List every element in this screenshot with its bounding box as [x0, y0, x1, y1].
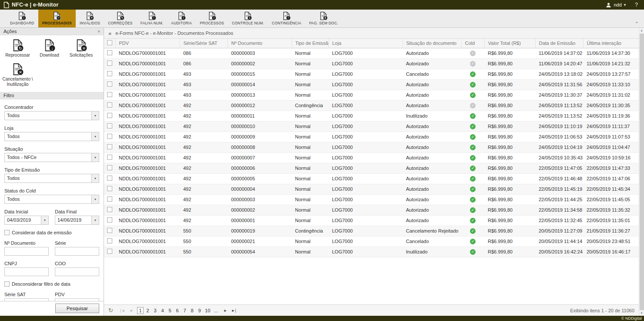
row-checkbox[interactable]	[107, 217, 112, 223]
status-cold-select[interactable]: Todos ▼	[4, 195, 99, 204]
table-row[interactable]: NDDLOG7000001001492000000003NormalLOG700…	[104, 194, 639, 205]
page-button-2[interactable]: 2	[144, 307, 151, 314]
table-row[interactable]: NDDLOG7000001001492000000011NormalLOG700…	[104, 111, 639, 121]
row-checkbox[interactable]	[107, 61, 112, 66]
row-checkbox[interactable]	[107, 249, 112, 254]
page-button-9[interactable]: 9	[196, 307, 203, 314]
page-button-6[interactable]: 6	[174, 307, 181, 314]
column-header-situacao[interactable]: Situação do documento	[402, 39, 461, 48]
scrollbar-thumb[interactable]	[640, 34, 644, 310]
row-checkbox[interactable]	[107, 186, 112, 191]
tab-dashboard[interactable]: iDASHBOARD	[6, 10, 38, 27]
row-checkbox[interactable]	[107, 196, 112, 202]
column-header-loja[interactable]: Loja	[329, 39, 402, 48]
page-button-3[interactable]: 3	[152, 307, 158, 314]
last-page-button[interactable]: ►|	[230, 308, 237, 313]
table-row[interactable]: NDDLOG7000001001492000000002NormalLOG700…	[104, 205, 639, 215]
situacao-select[interactable]: Todos - NFCe ▼	[4, 153, 99, 162]
row-checkbox[interactable]	[107, 165, 112, 170]
coo-input[interactable]	[55, 267, 99, 276]
row-checkbox[interactable]	[107, 144, 112, 149]
collapse-actions-icon[interactable]: «	[97, 30, 101, 33]
column-header-serie[interactable]: Série/Série SAT	[180, 39, 228, 48]
column-header-pdv[interactable]: PDV	[115, 39, 180, 48]
solicitacoes-button[interactable]: ≡Solicitações	[65, 39, 97, 58]
table-row[interactable]: NDDLOG7000001001492000000012Contingência…	[104, 100, 639, 111]
table-row[interactable]: NDDLOG7000001001550000000054NormalLOG700…	[104, 247, 639, 257]
column-header-documento[interactable]: Nº Documento	[228, 39, 292, 48]
tab-controle-num[interactable]: 1CONTROLE NUM.	[228, 10, 268, 27]
help-button[interactable]: ?	[635, 2, 638, 8]
tab-falha-num[interactable]: !FALHA NUM.	[137, 10, 168, 27]
tab-contingencia[interactable]: !CONTINGÊNCIA	[268, 10, 305, 27]
table-row[interactable]: NDDLOG7000001001492000000009NormalLOG700…	[104, 132, 639, 142]
vertical-scrollbar[interactable]: ▲ ▼	[639, 28, 644, 316]
page-button-10[interactable]: 10	[204, 307, 211, 314]
page-button-7[interactable]: 7	[181, 307, 188, 314]
numero-documento-input[interactable]	[4, 247, 49, 256]
tab-pag-sem-doc[interactable]: $PAG. SEM DOC.	[305, 10, 342, 27]
considerar-data-checkbox[interactable]	[4, 230, 10, 235]
row-checkbox[interactable]	[107, 113, 112, 118]
table-row[interactable]: NDDLOG7000001001492000000008NormalLOG700…	[104, 142, 639, 152]
download-button[interactable]: ↓Download	[34, 39, 65, 58]
page-button-4[interactable]: 4	[159, 307, 166, 314]
table-row[interactable]: NDDLOG7000001001493000000015NormalLOG700…	[104, 69, 639, 79]
row-checkbox[interactable]	[107, 176, 112, 181]
row-checkbox[interactable]	[107, 92, 112, 97]
first-page-button[interactable]: |◄	[119, 308, 126, 313]
row-checkbox[interactable]	[107, 207, 112, 212]
table-row[interactable]: NDDLOG7000001001493000000014NormalLOG700…	[104, 79, 639, 90]
page-button-8[interactable]: 8	[189, 307, 195, 314]
table-row[interactable]: NDDLOG7000001001086000000003NormalLOG700…	[104, 48, 639, 58]
row-checkbox[interactable]	[107, 228, 112, 233]
page-button-1[interactable]: 1	[137, 307, 144, 314]
table-row[interactable]: NDDLOG7000001001550000000019Contingência…	[104, 226, 639, 236]
table-row[interactable]: NDDLOG7000001001550000000021NormalLOG700…	[104, 236, 639, 247]
tab-correcoes[interactable]: ✎CORREÇÕES	[104, 10, 137, 27]
serie-input[interactable]	[55, 247, 99, 256]
row-checkbox[interactable]	[107, 50, 112, 55]
table-row[interactable]: NDDLOG7000001001492000000007NormalLOG700…	[104, 152, 639, 163]
row-checkbox[interactable]	[107, 71, 112, 76]
column-header-data-emissao[interactable]: Data de Emissão	[535, 39, 583, 48]
reprocessar-button[interactable]: ↻Reprocessar	[2, 39, 34, 58]
concentrador-select[interactable]: Todos ▼	[4, 111, 99, 120]
table-row[interactable]: NDDLOG7000001001492000000004NormalLOG700…	[104, 184, 639, 194]
row-checkbox[interactable]	[107, 102, 112, 108]
data-final-input[interactable]: 14/06/2019 ▼	[55, 216, 99, 225]
row-checkbox[interactable]	[107, 134, 112, 139]
loja-select[interactable]: Todos ▼	[4, 132, 99, 141]
table-row[interactable]: NDDLOG7000001001493000000013NormalLOG700…	[104, 90, 639, 100]
row-checkbox[interactable]	[107, 155, 112, 160]
column-header-cold[interactable]: Cold	[461, 39, 484, 48]
cancelamento-inutilizacao-button[interactable]: ✕Cancelamento \ Inutilização	[2, 63, 34, 88]
pesquisar-button[interactable]: Pesquisar	[55, 304, 99, 313]
cnpj-input[interactable]	[4, 267, 49, 276]
row-checkbox[interactable]	[107, 123, 112, 128]
row-checkbox[interactable]	[107, 81, 112, 87]
desconsiderar-filtro-checkbox[interactable]	[4, 281, 10, 287]
table-row[interactable]: NDDLOG7000001001492000000010NormalLOG700…	[104, 121, 639, 132]
column-header-tipo-emissao[interactable]: Tipo de Emissão	[292, 39, 329, 48]
scroll-up-icon[interactable]: ▲	[639, 28, 644, 33]
collapse-ribbon-icon[interactable]: ‹	[635, 22, 640, 24]
page-ellipsis[interactable]: ...	[212, 307, 219, 314]
collapse-sidebar-icon[interactable]: «	[108, 30, 111, 37]
select-all-checkbox[interactable]	[107, 40, 112, 45]
tab-auditoria[interactable]: iAUDITORIA	[167, 10, 196, 27]
tab-processados[interactable]: ✓PROCESSADOS	[38, 10, 76, 27]
column-header-ultima-interacao[interactable]: Última interação	[583, 39, 639, 48]
next-page-button[interactable]: ►	[222, 308, 229, 313]
refresh-icon[interactable]: ↻	[108, 307, 113, 314]
table-row[interactable]: NDDLOG7000001001492000000001NormalLOG700…	[104, 215, 639, 226]
tipo-emissao-select[interactable]: Todos ▼	[4, 174, 99, 183]
data-inicial-input[interactable]: 04/03/2019 ▼	[4, 216, 49, 225]
table-row[interactable]: NDDLOG7000001001492000000006NormalLOG700…	[104, 163, 639, 173]
tab-processos[interactable]: iPROCESSOS	[196, 10, 228, 27]
page-button-5[interactable]: 5	[167, 307, 173, 314]
table-row[interactable]: NDDLOG7000001001492000000005NormalLOG700…	[104, 173, 639, 184]
user-menu[interactable]: ndd	[614, 2, 621, 7]
table-row[interactable]: NDDLOG7000001001086000000002NormalLOG700…	[104, 58, 639, 69]
column-header-valor-total[interactable]: Valor Total (R$)	[484, 39, 535, 48]
